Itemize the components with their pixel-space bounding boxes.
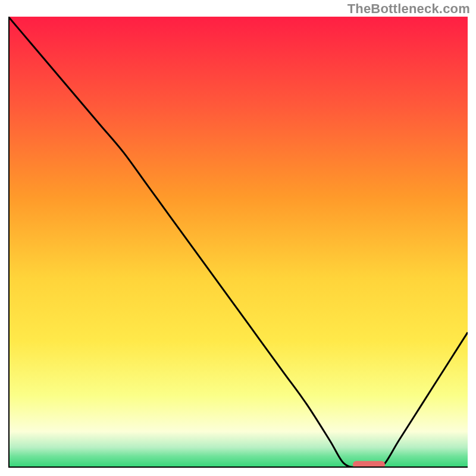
chart-container: TheBottleneck.com [0, 0, 476, 476]
gradient-rect [8, 17, 468, 468]
chart-svg [8, 17, 468, 468]
watermark-label: TheBottleneck.com [347, 1, 470, 17]
plot-area [8, 17, 468, 468]
